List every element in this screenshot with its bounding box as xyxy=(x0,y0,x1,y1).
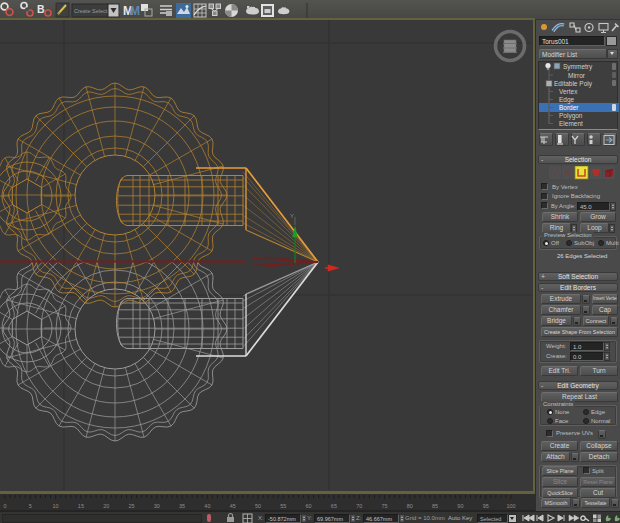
svg-text:20: 20 xyxy=(103,503,109,509)
svg-text:35: 35 xyxy=(179,503,185,509)
svg-text:10: 10 xyxy=(53,503,59,509)
svg-text:55: 55 xyxy=(280,503,286,509)
svg-text:5: 5 xyxy=(29,503,32,509)
svg-text:25: 25 xyxy=(128,503,134,509)
svg-text:80: 80 xyxy=(407,503,413,509)
svg-text:45: 45 xyxy=(230,503,236,509)
svg-text:85: 85 xyxy=(432,503,438,509)
svg-text:90: 90 xyxy=(457,503,463,509)
svg-text:M: M xyxy=(130,4,140,18)
svg-text:40: 40 xyxy=(204,503,210,509)
svg-text:95: 95 xyxy=(483,503,489,509)
svg-text:B: B xyxy=(37,3,45,15)
svg-text:70: 70 xyxy=(356,503,362,509)
svg-text:65: 65 xyxy=(331,503,337,509)
svg-text:30: 30 xyxy=(154,503,160,509)
svg-text:15: 15 xyxy=(78,503,84,509)
svg-text:60: 60 xyxy=(306,503,312,509)
svg-text:100: 100 xyxy=(506,503,515,509)
svg-text:50: 50 xyxy=(255,503,261,509)
svg-text:75: 75 xyxy=(381,503,387,509)
svg-text:Y: Y xyxy=(290,213,294,219)
svg-text:0: 0 xyxy=(3,503,6,509)
